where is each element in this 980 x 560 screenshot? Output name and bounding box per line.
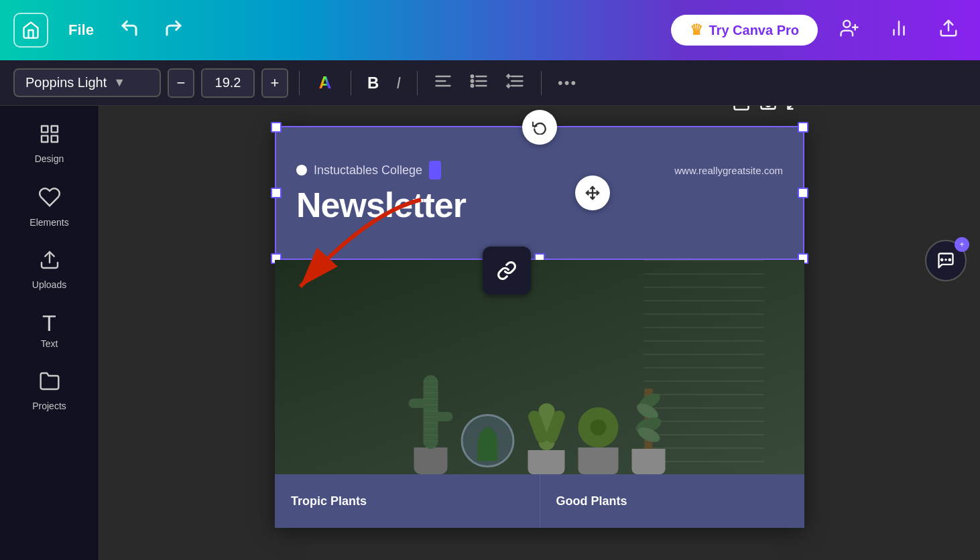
elements-icon	[38, 186, 61, 213]
text-formatting-toolbar: Poppins Light ▼ − + A B I	[0, 60, 980, 106]
svg-rect-22	[51, 136, 57, 142]
sidebar-item-projects[interactable]: Projects	[0, 360, 99, 419]
toolbar-divider-4	[541, 71, 542, 95]
more-options-button[interactable]: •••	[552, 74, 583, 92]
svg-point-15	[471, 84, 474, 87]
svg-rect-20	[51, 126, 57, 132]
uploads-label: Uploads	[32, 279, 66, 290]
canvas-area: Instuctables College www.reallygreatsite…	[99, 106, 980, 560]
bottom-cards-section: Tropic Plants Good Plants	[275, 474, 804, 528]
text-resize-handle[interactable]	[429, 161, 441, 180]
design-label: Design	[35, 153, 64, 164]
newsletter-title-text[interactable]: Newsletter	[296, 185, 783, 225]
font-size-increase-button[interactable]: +	[261, 68, 288, 98]
selection-handle-tr[interactable]	[798, 122, 808, 133]
bottom-card-good: Good Plants	[540, 474, 805, 528]
svg-point-0	[843, 20, 850, 27]
top-navigation: File ♛ Try Canva Pro	[0, 0, 980, 60]
selection-handle-mr[interactable]	[798, 188, 808, 198]
redo-button[interactable]	[158, 15, 189, 46]
add-user-button[interactable]	[831, 15, 867, 46]
svg-point-36	[941, 259, 942, 261]
italic-button[interactable]: I	[391, 74, 406, 92]
chevron-down-icon: ▼	[113, 76, 125, 90]
add-image-icon[interactable]	[759, 106, 778, 115]
home-button[interactable]	[13, 13, 48, 48]
toolbar-divider-3	[417, 71, 418, 95]
newsletter-header-row: Instuctables College www.reallygreatsite…	[296, 161, 783, 180]
text-label: Text	[41, 338, 58, 349]
bullet-list-button[interactable]	[465, 72, 494, 94]
svg-point-14	[471, 80, 474, 82]
design-icon	[39, 123, 60, 149]
projects-icon	[39, 370, 60, 397]
toolbar-divider	[299, 71, 300, 95]
newsletter-header-block[interactable]: Instuctables College www.reallygreatsite…	[275, 126, 804, 260]
file-menu-button[interactable]: File	[62, 19, 101, 42]
font-size-decrease-button[interactable]: −	[168, 68, 194, 98]
selection-handle-ml[interactable]	[271, 188, 282, 198]
font-size-input[interactable]	[201, 68, 255, 98]
plant-photo-section	[275, 260, 804, 474]
sidebar-item-design[interactable]: Design	[0, 113, 99, 172]
svg-rect-21	[42, 136, 48, 142]
bold-button[interactable]: B	[362, 74, 384, 92]
selection-handle-tl[interactable]	[271, 122, 282, 133]
svg-point-13	[471, 75, 474, 78]
stats-button[interactable]	[881, 15, 917, 46]
lock-icon[interactable]	[732, 106, 751, 115]
share-button[interactable]	[930, 15, 967, 46]
svg-rect-25	[735, 106, 749, 110]
font-name-label: Poppins Light	[25, 75, 107, 90]
comment-badge: +	[955, 237, 969, 252]
website-url-text: www.reallygreatsite.com	[674, 165, 783, 176]
projects-label: Projects	[32, 401, 66, 411]
link-button[interactable]	[483, 247, 531, 295]
svg-rect-19	[42, 126, 48, 132]
bottom-card-tropic: Tropic Plants	[275, 474, 540, 528]
left-sidebar: Design Elements Uploads T Text	[0, 106, 99, 560]
main-area: Design Elements Uploads T Text	[0, 106, 980, 560]
good-plants-label: Good Plants	[556, 494, 627, 508]
text-color-button[interactable]: A	[310, 68, 340, 98]
sidebar-item-text[interactable]: T Text	[0, 301, 99, 357]
elements-label: Elements	[29, 217, 68, 228]
undo-button[interactable]	[114, 15, 145, 46]
try-canva-pro-button[interactable]: ♛ Try Canva Pro	[671, 15, 818, 46]
uploads-icon	[39, 249, 60, 275]
crown-icon: ♛	[690, 21, 703, 39]
design-canvas: Instuctables College www.reallygreatsite…	[275, 126, 804, 528]
tropic-plants-label: Tropic Plants	[291, 494, 367, 508]
rotate-button[interactable]	[522, 110, 557, 145]
drag-handle-dot[interactable]	[296, 165, 307, 176]
text-icon: T	[42, 311, 56, 334]
sidebar-item-elements[interactable]: Elements	[0, 175, 99, 236]
move-button[interactable]	[575, 176, 610, 210]
toolbar-divider-2	[351, 71, 351, 95]
text-align-button[interactable]	[428, 72, 458, 94]
color-a-icon: A	[319, 72, 332, 93]
expand-icon[interactable]	[786, 106, 804, 115]
svg-point-35	[949, 259, 951, 261]
comment-button[interactable]: +	[925, 240, 967, 281]
svg-point-29	[766, 106, 771, 107]
line-spacing-button[interactable]	[501, 72, 530, 94]
sidebar-item-uploads[interactable]: Uploads	[0, 238, 99, 298]
college-name-text: Instuctables College	[296, 161, 441, 180]
font-family-selector[interactable]: Poppins Light ▼	[13, 68, 161, 97]
canvas-action-icons	[732, 106, 804, 115]
